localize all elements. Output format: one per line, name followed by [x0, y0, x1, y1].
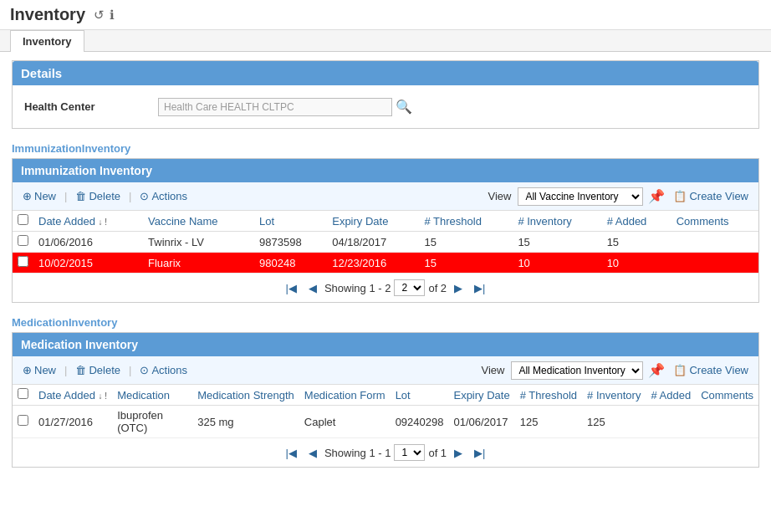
med-col-medication: Medication — [112, 385, 192, 406]
med-row-comments — [696, 406, 758, 438]
medication-pagination: |◀ ◀ Showing 1 - 1 1 of 1 ▶ ▶| — [13, 438, 758, 467]
imm-col-threshold: # Threshold — [419, 211, 513, 232]
imm-row-vaccine-name: Twinrix - LV — [143, 232, 254, 253]
imm-last-page-button[interactable]: ▶| — [470, 280, 489, 296]
immunization-view-select[interactable]: All Vaccine Inventory — [518, 187, 643, 206]
immunization-toolbar: ⊕ New | 🗑 Delete | ⊙ Actions View All Va… — [13, 182, 758, 211]
med-prev-page-button[interactable]: ◀ — [304, 445, 321, 461]
med-col-lot: Lot — [391, 385, 449, 406]
page-header: Inventory ↺ ℹ — [0, 0, 771, 30]
med-plus-icon: ⊕ — [23, 364, 32, 376]
med-col-threshold: # Threshold — [515, 385, 582, 406]
imm-row-checkbox-0[interactable] — [18, 235, 28, 246]
imm-row-date-added: 01/06/2016 — [33, 232, 143, 253]
imm-row-added: 15 — [602, 232, 671, 253]
imm-page-dropdown[interactable]: 2 — [394, 279, 425, 296]
tab-bar: Inventory — [0, 30, 771, 52]
page-title: Inventory — [10, 5, 85, 24]
medication-new-button[interactable]: ⊕ New — [19, 362, 59, 378]
imm-row-comments — [671, 253, 758, 274]
med-col-comments: Comments — [696, 385, 758, 406]
refresh-icon[interactable]: ↺ — [94, 8, 105, 23]
immunization-table-section: Immunization Inventory ⊕ New | 🗑 Delete … — [12, 158, 759, 303]
health-center-search-button[interactable]: 🔍 — [392, 97, 416, 116]
med-actions-label: Actions — [151, 364, 187, 376]
new-label: New — [34, 190, 56, 202]
imm-col-vaccine-name: Vaccine Name — [143, 211, 254, 232]
trash-icon: 🗑 — [75, 190, 86, 202]
immunization-new-button[interactable]: ⊕ New — [19, 188, 59, 204]
medication-create-view-button[interactable]: 📋 Create View — [670, 362, 752, 378]
imm-col-inventory: # Inventory — [513, 211, 601, 232]
med-row-medication: Ibuprofen (OTC) — [112, 406, 192, 438]
imm-row-added: 10 — [602, 253, 671, 274]
imm-select-all-checkbox[interactable] — [18, 214, 28, 225]
med-actions-icon: ⊙ — [140, 364, 149, 376]
imm-row-check — [13, 253, 33, 274]
details-section: Details Health Center 🔍 — [12, 60, 759, 129]
med-page-dropdown[interactable]: 1 — [394, 444, 425, 461]
medication-pin-button[interactable]: 📌 — [646, 361, 666, 380]
imm-row-inventory: 15 — [513, 232, 601, 253]
view-label-imm: View — [488, 190, 511, 202]
immunization-table-header: Immunization Inventory — [13, 159, 758, 182]
imm-row-inventory: 10 — [513, 253, 601, 274]
imm-next-page-button[interactable]: ▶ — [450, 280, 467, 296]
medication-table-header: Medication Inventory — [13, 333, 758, 356]
medication-table: Date Added ↓ ! Medication Medication Str… — [13, 385, 758, 438]
table-row: 10/02/2015 Fluarix 980248 12/23/2016 15 … — [13, 253, 758, 274]
health-center-row: Health Center 🔍 — [24, 94, 747, 120]
immunization-subsection-label: ImmunizationInventory — [12, 142, 759, 155]
med-last-page-button[interactable]: ▶| — [470, 445, 489, 461]
imm-col-expiry-date: Expiry Date — [327, 211, 419, 232]
medication-subsection-label: MedicationInventory — [12, 316, 759, 329]
med-sep2: | — [129, 364, 131, 376]
imm-prev-page-button[interactable]: ◀ — [304, 280, 321, 296]
sort-icon-date-added[interactable]: ↓ ! — [99, 217, 108, 227]
med-row-expiry: 01/06/2017 — [448, 406, 514, 438]
create-view-icon: 📋 — [673, 190, 687, 202]
med-select-all-checkbox[interactable] — [18, 388, 28, 399]
medication-table-section: Medication Inventory ⊕ New | 🗑 Delete | … — [12, 332, 759, 468]
health-center-input[interactable] — [158, 98, 392, 116]
sep2: | — [129, 190, 131, 202]
imm-first-page-button[interactable]: |◀ — [282, 280, 301, 296]
immunization-pin-button[interactable]: 📌 — [646, 187, 666, 206]
med-row-check — [13, 406, 33, 438]
med-sort-icon[interactable]: ↓ ! — [99, 391, 108, 401]
imm-of-text: of 2 — [428, 282, 447, 294]
imm-col-check — [13, 211, 33, 232]
immunization-delete-button[interactable]: 🗑 Delete — [72, 188, 124, 204]
actions-label: Actions — [151, 190, 187, 202]
med-create-view-label: Create View — [689, 364, 748, 376]
imm-col-lot: Lot — [254, 211, 327, 232]
imm-row-lot: 9873598 — [254, 232, 327, 253]
med-col-inventory: # Inventory — [582, 385, 646, 406]
health-center-input-wrap: 🔍 — [158, 97, 416, 116]
tab-inventory[interactable]: Inventory — [10, 30, 84, 52]
immunization-table: Date Added ↓ ! Vaccine Name Lot Expiry D… — [13, 211, 758, 274]
med-of-text: of 1 — [428, 447, 447, 459]
med-row-checkbox-0[interactable] — [18, 415, 28, 426]
imm-row-checkbox-1[interactable] — [18, 256, 28, 267]
med-first-page-button[interactable]: |◀ — [282, 445, 301, 461]
imm-row-vaccine-name: Fluarix — [143, 253, 254, 274]
imm-row-expiry: 12/23/2016 — [327, 253, 419, 274]
immunization-create-view-button[interactable]: 📋 Create View — [670, 188, 752, 204]
med-row-date-added: 01/27/2016 — [33, 406, 112, 438]
med-delete-label: Delete — [89, 364, 120, 376]
table-row: 01/27/2016 Ibuprofen (OTC) 325 mg Caplet… — [13, 406, 758, 438]
med-next-page-button[interactable]: ▶ — [450, 445, 467, 461]
imm-row-expiry: 04/18/2017 — [327, 232, 419, 253]
info-icon[interactable]: ℹ — [110, 8, 115, 23]
med-create-view-icon: 📋 — [673, 364, 687, 376]
medication-actions-button[interactable]: ⊙ Actions — [136, 362, 191, 378]
med-row-inventory: 125 — [582, 406, 646, 438]
actions-icon: ⊙ — [140, 190, 149, 202]
medication-delete-button[interactable]: 🗑 Delete — [72, 362, 124, 378]
med-col-med-strength: Medication Strength — [192, 385, 299, 406]
immunization-actions-button[interactable]: ⊙ Actions — [136, 188, 191, 204]
table-row: 01/06/2016 Twinrix - LV 9873598 04/18/20… — [13, 232, 758, 253]
medication-view-select[interactable]: All Medication Inventory — [511, 361, 643, 380]
delete-label: Delete — [89, 190, 120, 202]
